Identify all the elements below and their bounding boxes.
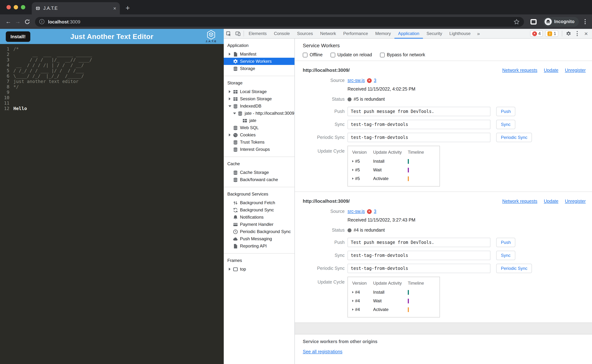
console-errors-badge[interactable]: 4 — [530, 30, 543, 37]
editor-line: 11 — [0, 100, 224, 106]
network-requests-link[interactable]: Network requests — [502, 68, 538, 73]
settings-gear-icon[interactable] — [566, 31, 571, 36]
devtools-menu-button[interactable] — [577, 31, 578, 36]
browser-tab[interactable]: J.A.T.E × — [32, 2, 120, 14]
close-window-button[interactable] — [7, 5, 11, 9]
update-cycle-table: Version Update Activity Timeline #4Insta… — [347, 277, 440, 318]
editor-line: 5/ /_/ / / ___ |/ / / /___ — [0, 68, 224, 73]
update-cycle-label: Update Cycle — [303, 146, 345, 154]
cycle-row-wait: #4Wait — [352, 298, 435, 303]
sidebar-item-jate-store[interactable]: jate — [224, 117, 294, 124]
sync-button[interactable]: Sync — [496, 120, 515, 129]
tab-close-icon[interactable]: × — [113, 6, 116, 11]
other-origins-title: Service workers from other origins — [303, 339, 584, 344]
see-all-registrations-link[interactable]: See all registrations — [303, 349, 342, 354]
forward-button[interactable]: → — [13, 18, 22, 25]
sidebar-item-background-sync[interactable]: Background Sync — [224, 206, 294, 214]
tab-performance[interactable]: Performance — [339, 29, 371, 39]
periodic-sync-input[interactable] — [347, 264, 490, 273]
sidebar-item-session-storage[interactable]: Session Storage — [224, 95, 294, 103]
chevron-right-icon[interactable] — [352, 300, 354, 302]
browser-tab-strip: J.A.T.E × + — [0, 0, 592, 14]
new-tab-button[interactable]: + — [126, 4, 130, 12]
sidebar-item-periodic-background-sync[interactable]: Periodic Background Sync — [224, 228, 294, 235]
console-warnings-badge[interactable]: 1 — [546, 30, 558, 37]
sync-input[interactable] — [347, 120, 490, 129]
inspect-element-button[interactable] — [224, 31, 233, 36]
sync-input[interactable] — [347, 251, 490, 260]
back-button[interactable]: ← — [4, 18, 13, 25]
error-count-link[interactable]: 3 — [374, 78, 376, 83]
devtools-close-icon[interactable]: × — [583, 31, 589, 37]
sidebar-item-cookies[interactable]: Cookies — [224, 131, 294, 138]
chevron-right-icon[interactable] — [352, 169, 354, 171]
device-toolbar-button[interactable] — [233, 31, 242, 36]
sw-origin: http://localhost:3009/ — [303, 198, 350, 204]
sidebar-item-background-fetch[interactable]: Background Fetch — [224, 199, 294, 206]
push-input[interactable] — [347, 238, 490, 247]
sidebar-item-notifications[interactable]: Notifications — [224, 214, 294, 221]
sidebar-item-local-storage[interactable]: Local Storage — [224, 88, 294, 95]
browser-menu-button[interactable] — [585, 19, 586, 24]
panel-footer-band — [295, 323, 592, 334]
chevron-right-icon[interactable] — [352, 160, 354, 162]
tab-application[interactable]: Application — [394, 29, 423, 39]
periodic-sync-button[interactable]: Periodic Sync — [496, 133, 532, 142]
source-file-link[interactable]: src-sw.js — [347, 78, 365, 83]
chevron-right-icon[interactable] — [352, 177, 354, 180]
update-link[interactable]: Update — [544, 68, 559, 73]
sidebar-item-jate-database[interactable]: jate - http://localhost:3009 — [224, 110, 294, 117]
sidebar-item-storage[interactable]: Storage — [224, 65, 294, 72]
bookmark-star-icon[interactable] — [514, 19, 520, 25]
sidebar-item-push-messaging[interactable]: Push Messaging — [224, 235, 294, 242]
more-tabs-icon[interactable]: » — [474, 31, 483, 36]
site-info-icon[interactable]: i — [39, 19, 44, 24]
sidebar-item-reporting-api[interactable]: Reporting API — [224, 242, 294, 250]
push-button[interactable]: Push — [496, 238, 515, 247]
sidebar-item-top-frame[interactable]: top — [224, 266, 294, 273]
sidebar-item-web-sql[interactable]: Web SQL — [224, 124, 294, 131]
maximize-window-button[interactable] — [21, 5, 25, 9]
source-file-link[interactable]: src-sw.js — [347, 209, 365, 214]
update-link[interactable]: Update — [544, 199, 559, 204]
periodic-sync-input[interactable] — [347, 133, 490, 142]
push-input[interactable] — [347, 107, 490, 116]
offline-checkbox[interactable]: Offline — [303, 52, 323, 57]
sidebar-item-indexeddb[interactable]: IndexedDB — [224, 103, 294, 110]
address-bar[interactable]: i localhost:3009 — [35, 17, 524, 26]
url-host: localhost — [48, 19, 69, 24]
fetch-arrows-icon — [233, 200, 238, 205]
unregister-link[interactable]: Unregister — [565, 199, 586, 204]
minimize-window-button[interactable] — [14, 5, 18, 9]
tab-sources[interactable]: Sources — [293, 29, 317, 39]
tab-console[interactable]: Console — [270, 29, 293, 39]
tab-memory[interactable]: Memory — [372, 29, 395, 39]
reload-button[interactable] — [24, 19, 30, 25]
install-button[interactable]: Install! — [6, 31, 30, 42]
bypass-for-network-checkbox[interactable]: Bypass for network — [380, 52, 425, 57]
tab-elements[interactable]: Elements — [245, 29, 270, 39]
sidebar-item-interest-groups[interactable]: Interest Groups — [224, 146, 294, 153]
update-on-reload-checkbox[interactable]: Update on reload — [331, 52, 372, 57]
push-button[interactable]: Push — [496, 107, 515, 116]
network-requests-link[interactable]: Network requests — [502, 199, 538, 204]
side-panel-icon[interactable] — [530, 19, 537, 24]
unregister-link[interactable]: Unregister — [565, 68, 586, 73]
tab-security[interactable]: Security — [423, 29, 446, 39]
status-text: #5 is redundant — [354, 97, 385, 102]
error-count-link[interactable]: 3 — [374, 209, 376, 214]
sidebar-item-back-forward-cache[interactable]: Back/forward cache — [224, 176, 294, 183]
sync-button[interactable]: Sync — [496, 251, 515, 260]
chevron-right-icon[interactable] — [352, 291, 354, 293]
sidebar-item-payment-handler[interactable]: Payment Handler — [224, 221, 294, 228]
sidebar-item-trust-tokens[interactable]: Trust Tokens — [224, 138, 294, 146]
sidebar-item-cache-storage[interactable]: Cache Storage — [224, 169, 294, 176]
sidebar-item-manifest[interactable]: Manifest — [224, 51, 294, 58]
chevron-right-icon[interactable] — [352, 308, 354, 311]
code-editor[interactable]: 1/* 2 __ ___ ______ ______ 3 / / / |/_ _… — [0, 44, 224, 364]
editor-line: 9 — [0, 90, 224, 95]
tab-network[interactable]: Network — [317, 29, 339, 39]
tab-lighthouse[interactable]: Lighthouse — [446, 29, 474, 39]
sidebar-item-service-workers[interactable]: Service Workers — [224, 58, 294, 65]
periodic-sync-button[interactable]: Periodic Sync — [496, 264, 532, 273]
